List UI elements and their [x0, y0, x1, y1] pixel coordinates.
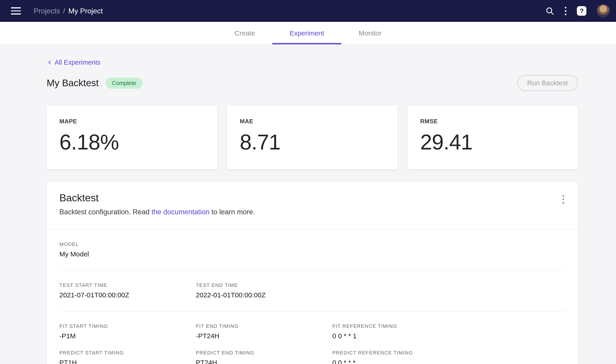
breadcrumb-projects[interactable]: Projects — [34, 7, 60, 15]
field-predict-reference-timing: PREDICT REFERENCE TIMING 0 0 * * * — [332, 350, 565, 364]
field-fit-start-timing: FIT START TIMING -P1M — [59, 323, 196, 340]
top-navbar: Projects / My Project ? — [0, 0, 616, 22]
avatar[interactable] — [597, 5, 610, 17]
back-to-all-experiments-link[interactable]: All Experiments — [47, 59, 100, 66]
field-predict-start-timing: PREDICT START TIMING PT1H — [59, 350, 196, 364]
field-label: FIT REFERENCE TIMING — [332, 323, 565, 329]
field-test-end-time: TEST END TIME 2022-01-01T00:00:00Z — [196, 282, 332, 299]
field-test-start-time: TEST START TIME 2021-07-01T00:00:00Z — [59, 282, 196, 299]
field-value: 0 0 * * 1 — [332, 332, 565, 340]
field-predict-end-timing: PREDICT END TIMING PT24H — [196, 350, 332, 364]
metric-card-mape: MAPE 6.18% — [47, 105, 217, 169]
tab-create[interactable]: Create — [217, 22, 272, 44]
tab-experiment[interactable]: Experiment — [272, 22, 341, 44]
field-label: FIT START TIMING — [59, 323, 196, 329]
backtest-card: Backtest Backtest configuration. Read th… — [47, 182, 578, 364]
status-badge: Complete — [105, 78, 143, 89]
menu-icon[interactable] — [11, 7, 21, 14]
field-label: PREDICT START TIMING — [59, 350, 196, 356]
page-title: My Backtest — [47, 78, 99, 89]
field-label: FIT END TIMING — [196, 323, 332, 329]
field-value: 2021-07-01T00:00:00Z — [59, 291, 196, 299]
field-label-model: MODEL — [59, 241, 565, 247]
metric-cards: MAPE 6.18% MAE 8.71 RMSE 29.41 — [47, 105, 578, 169]
description-suffix: to learn more. — [209, 208, 255, 216]
chevron-left-icon — [47, 59, 53, 65]
metric-value: 29.41 — [420, 130, 565, 154]
run-backtest-button[interactable]: Run Backtest — [517, 75, 578, 91]
field-label: PREDICT END TIMING — [196, 350, 332, 356]
backtest-card-title: Backtest — [59, 192, 565, 204]
field-fit-end-timing: FIT END TIMING -PT24H — [196, 323, 332, 340]
metric-value: 6.18% — [59, 130, 204, 154]
field-value-model: My Model — [59, 250, 565, 258]
description-prefix: Backtest configuration. Read — [59, 208, 152, 216]
metric-label: MAE — [240, 118, 385, 125]
field-value: -PT24H — [196, 332, 332, 340]
model-section: MODEL My Model — [47, 230, 578, 270]
breadcrumb-separator: / — [63, 7, 65, 15]
metric-value: 8.71 — [240, 130, 385, 154]
search-icon[interactable] — [545, 6, 554, 15]
field-value: -P1M — [59, 332, 196, 340]
backtest-card-header: Backtest Backtest configuration. Read th… — [47, 182, 578, 229]
navbar-actions: ? — [545, 5, 610, 17]
main-content: All Experiments My Backtest Complete Run… — [0, 45, 616, 364]
field-value: PT1H — [59, 359, 196, 364]
field-label: TEST END TIME — [196, 282, 332, 288]
field-label: TEST START TIME — [59, 282, 196, 288]
documentation-link[interactable]: the documentation — [152, 208, 209, 216]
title-row: My Backtest Complete Run Backtest — [47, 75, 578, 91]
field-label: PREDICT REFERENCE TIMING — [332, 350, 565, 356]
metric-label: MAPE — [59, 118, 204, 125]
tab-monitor[interactable]: Monitor — [341, 22, 399, 44]
overflow-menu-icon[interactable] — [565, 7, 566, 15]
breadcrumb: Projects / My Project — [34, 7, 103, 15]
backtest-card-description: Backtest configuration. Read the documen… — [59, 208, 565, 216]
metric-label: RMSE — [420, 118, 565, 125]
help-icon[interactable]: ? — [577, 6, 586, 16]
field-value: 0 0 * * * — [332, 359, 565, 364]
test-times-section: TEST START TIME 2021-07-01T00:00:00Z TES… — [47, 271, 578, 311]
field-fit-reference-timing: FIT REFERENCE TIMING 0 0 * * 1 — [332, 323, 565, 340]
field-value: PT24H — [196, 359, 332, 364]
tab-bar: Create Experiment Monitor — [0, 22, 616, 45]
field-value: 2022-01-01T00:00:00Z — [196, 291, 332, 299]
back-link-label: All Experiments — [55, 59, 100, 66]
card-overflow-menu-icon[interactable] — [561, 193, 566, 206]
breadcrumb-current: My Project — [68, 7, 103, 15]
metric-card-rmse: RMSE 29.41 — [407, 105, 578, 169]
timing-section: FIT START TIMING -P1M FIT END TIMING -PT… — [47, 312, 578, 364]
metric-card-mae: MAE 8.71 — [227, 105, 398, 169]
